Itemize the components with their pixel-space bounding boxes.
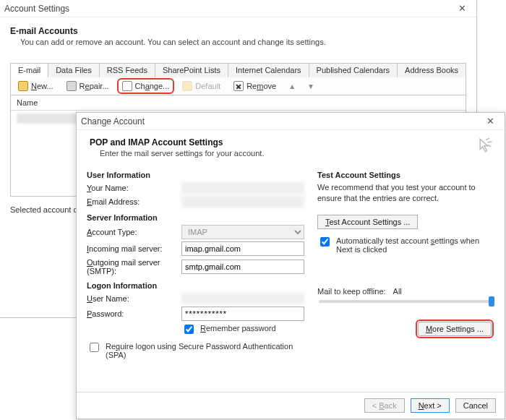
change-header-sub: Enter the mail server settings for your … (100, 149, 494, 158)
change-button[interactable]: Change... (119, 80, 173, 92)
remember-password-checkbox[interactable] (184, 325, 194, 334)
more-settings-button[interactable]: More Settings ... (418, 322, 492, 336)
back-button: < Back (364, 398, 405, 413)
section-logon-info: Logon Information (87, 281, 304, 290)
settings-toolbar: New... Repair... Change... Default Remov… (10, 77, 466, 95)
change-account-dialog: Change Account ✕ POP and IMAP Account Se… (76, 112, 505, 419)
close-icon[interactable]: ✕ (480, 114, 500, 129)
section-server-info: Server Information (87, 213, 304, 222)
incoming-server-input[interactable] (181, 241, 304, 256)
label-user-name: User Name: (87, 294, 177, 303)
spa-label: Require logon using Secure Password Auth… (106, 342, 304, 359)
wizard-buttons: < Back Next > Cancel (77, 392, 505, 419)
settings-titlebar: Account Settings ✕ (0, 0, 476, 17)
section-user-info: User Information (87, 171, 304, 179)
default-button: Default (179, 80, 223, 92)
remove-button[interactable]: Remove (231, 80, 279, 92)
email-field[interactable] (181, 196, 304, 207)
settings-title: Account Settings (4, 4, 452, 14)
label-email: Email Address: (87, 197, 177, 206)
password-input[interactable] (181, 307, 304, 321)
change-header: POP and IMAP Account Settings Enter the … (77, 130, 505, 159)
auto-test-label: Automatically test account settings when… (336, 236, 494, 254)
remember-password-label: Remember password (200, 324, 276, 333)
section-test-settings: Test Account Settings (317, 171, 494, 179)
outgoing-server-input[interactable] (181, 260, 304, 274)
change-header-title: POP and IMAP Account Settings (90, 137, 494, 147)
label-account-type: Account Type: (87, 228, 177, 236)
label-incoming: Incoming mail server: (87, 244, 177, 253)
settings-heading: E-mail Accounts (10, 26, 466, 36)
auto-test-checkbox[interactable] (320, 237, 330, 247)
move-up-icon[interactable]: ▲ (286, 82, 298, 90)
change-titlebar: Change Account ✕ (77, 113, 505, 130)
tab-rss[interactable]: RSS Feeds (99, 63, 155, 77)
close-icon[interactable]: ✕ (452, 1, 472, 16)
settings-tabs: E-mail Data Files RSS Feeds SharePoint L… (10, 62, 466, 77)
mail-offline-value: All (393, 287, 402, 296)
your-name-field[interactable] (181, 182, 304, 194)
mail-offline-slider[interactable] (319, 300, 494, 303)
new-button[interactable]: New... (15, 80, 56, 92)
tab-email[interactable]: E-mail (10, 63, 48, 77)
mail-offline-label: Mail to keep offline: (317, 287, 386, 296)
change-title: Change Account (81, 116, 480, 127)
user-name-field[interactable] (181, 293, 304, 304)
label-password: Password: (87, 309, 177, 318)
tab-address-books[interactable]: Address Books (397, 63, 466, 77)
svg-line-2 (488, 145, 492, 147)
account-type-select: IMAP (181, 225, 304, 239)
label-your-name: Your Name: (87, 184, 177, 192)
svg-line-0 (486, 138, 489, 140)
move-down-icon[interactable]: ▼ (305, 82, 317, 90)
cancel-button[interactable]: Cancel (455, 398, 496, 413)
tab-published-cal[interactable]: Published Calendars (309, 63, 398, 77)
test-account-button[interactable]: Test Account Settings ... (317, 215, 418, 229)
tab-datafiles[interactable]: Data Files (48, 63, 100, 77)
list-header-name[interactable]: Name (11, 95, 466, 111)
next-button[interactable]: Next > (411, 398, 450, 413)
settings-subheading: You can add or remove an account. You ca… (20, 38, 466, 46)
tab-internet-cal[interactable]: Internet Calendars (228, 63, 309, 77)
svg-line-1 (488, 142, 492, 142)
tab-sharepoint[interactable]: SharePoint Lists (155, 63, 228, 77)
label-outgoing: Outgoing mail server (SMTP): (87, 258, 177, 275)
slider-thumb[interactable] (489, 296, 494, 307)
repair-button[interactable]: Repair... (64, 80, 112, 92)
test-settings-text: We recommend that you test your account … (317, 182, 494, 205)
cursor-click-icon (474, 137, 494, 158)
spa-checkbox[interactable] (90, 343, 99, 352)
